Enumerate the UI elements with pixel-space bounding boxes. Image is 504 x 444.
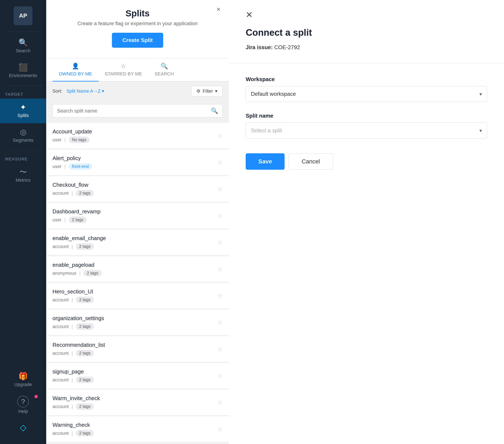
split-tags: 2 tags [69,217,87,223]
split-tags: 2 tags [76,190,94,196]
sidebar-item-brand[interactable]: ◇ [0,418,46,438]
search-input[interactable] [57,108,208,114]
split-item-info: enable_pageload anonymous | 2 tags [53,262,102,277]
main-area: × Splits Create a feature flag or experi… [46,0,504,444]
sidebar-item-environments[interactable]: ⬛ Environments [0,59,46,83]
owned-tab-icon: 👤 [72,63,79,70]
tab-search[interactable]: 🔍 SEARCH [148,58,180,81]
splits-panel: × Splits Create a feature flag or experi… [46,0,229,444]
split-item-dashboard-revamp[interactable]: Dashboard_revamp user | 2 tags ☆ [46,203,229,229]
sort-select[interactable]: Split Name A→Z ▾ [66,88,104,94]
segments-icon: ◎ [20,128,26,136]
connect-panel-close-button[interactable]: ✕ [246,11,253,19]
tab-starred-by-me[interactable]: ☆ STARRED BY ME [98,58,148,81]
starred-tab-icon: ☆ [121,63,126,70]
star-button[interactable]: ☆ [217,212,223,219]
star-button[interactable]: ☆ [217,372,223,379]
splits-icon: ✦ [20,104,26,111]
star-button[interactable]: ☆ [217,292,223,299]
environments-label: Environments [9,73,37,78]
split-item-enable-pageload[interactable]: enable_pageload anonymous | 2 tags ☆ [46,256,229,282]
split-traffic-type: user [53,164,62,169]
split-item-checkout-flow[interactable]: Checkout_flow account | 2 tags ☆ [46,176,229,202]
split-item-enable-email-change[interactable]: enable_email_change account | 2 tags ☆ [46,230,229,255]
owned-tab-label: OWNED BY ME [59,71,92,77]
metrics-icon: 〜 [19,168,27,176]
sidebar-item-metrics[interactable]: 〜 Metrics [0,163,46,188]
star-button[interactable]: ☆ [217,346,223,353]
search-tab-icon: 🔍 [161,63,168,70]
split-name-placeholder: Select a split [251,127,282,134]
split-item-alert-policy[interactable]: Alert_policy user | front-end ☆ [46,149,229,175]
split-name-chevron-icon: ▾ [479,128,482,134]
star-button[interactable]: ☆ [217,426,223,433]
jira-issue-row: Jira issue: COE-2792 [246,44,487,51]
brand-icon: ◇ [20,423,26,432]
split-name-form-group: Split name Select a split ▾ [246,112,487,139]
split-meta: account | 2 tags [53,296,94,303]
split-meta: anonymous | 2 tags [53,270,102,277]
split-item-recommendation-list[interactable]: Recommendation_list account | 2 tags ☆ [46,336,229,362]
split-tags: 2 tags [76,403,94,410]
split-traffic-type: account [53,351,69,356]
split-tags: No tags [69,136,90,143]
star-button[interactable]: ☆ [217,132,223,139]
save-button[interactable]: Save [246,153,285,170]
split-meta: account | 2 tags [53,243,106,250]
split-item-warning-check[interactable]: Warning_check account | 2 tags ☆ [46,416,229,442]
split-item-info: Account_update user | No tags [53,128,92,143]
split-name: Warning_check [53,422,94,428]
split-tags: 2 tags [76,430,94,436]
split-meta: account | 2 tags [53,377,94,383]
split-name-select[interactable]: Select a split ▾ [246,122,487,139]
split-tags: 2 tags [76,350,94,356]
star-button[interactable]: ☆ [217,319,223,326]
sidebar-item-segments[interactable]: ◎ Segments [0,123,46,148]
split-item-warm-invite-check[interactable]: Warm_invite_check account | 2 tags ☆ [46,389,229,415]
split-item-info: Dashboard_revamp user | 2 tags [53,208,100,223]
splits-label: Splits [18,113,29,118]
tab-owned-by-me[interactable]: 👤 OWNED BY ME [53,58,98,81]
split-name: Warm_invite_check [53,395,100,402]
search-label: Search [16,48,30,54]
split-item-info: enable_email_change account | 2 tags [53,235,106,250]
star-button[interactable]: ☆ [217,399,223,406]
split-item-info: signup_page account | 2 tags [53,368,94,383]
jira-issue-value: COE-2792 [274,44,300,50]
split-tags: 2 tags [76,377,94,383]
filter-label: Filter [203,88,213,94]
search-container: 🔍 [46,101,229,121]
sidebar-item-splits[interactable]: ✦ Splits [0,98,46,123]
cancel-button[interactable]: Cancel [289,153,333,170]
sort-label: Sort: [53,88,62,94]
create-split-button[interactable]: Create Split [112,33,163,48]
split-name: Account_update [53,128,92,135]
metrics-label: Metrics [16,177,31,183]
star-button[interactable]: ☆ [217,266,223,273]
split-tags: 2 tags [76,296,94,303]
user-avatar[interactable]: AP [14,6,33,25]
filter-button[interactable]: ⚙ Filter ▾ [191,86,223,97]
split-item-organization-settings[interactable]: organization_settings account | 2 tags ☆ [46,310,229,335]
split-traffic-type: account [53,297,69,303]
star-button[interactable]: ☆ [217,186,223,193]
split-item-signup-page[interactable]: signup_page account | 2 tags ☆ [46,363,229,389]
split-item-hero-section-ui[interactable]: Hero_section_UI account | 2 tags ☆ [46,283,229,309]
sort-value: Split Name A→Z [66,88,101,94]
help-icon: ? [17,396,29,407]
split-item-account-update[interactable]: Account_update user | No tags ☆ [46,123,229,149]
workspace-select[interactable]: Default workspace ▾ [246,86,487,102]
sidebar-item-help[interactable]: ? Help [0,391,46,418]
star-button[interactable]: ☆ [217,239,223,246]
sidebar-item-search[interactable]: 🔍 Search [0,34,46,59]
split-traffic-type: account [53,244,69,249]
split-item-info: Warm_invite_check account | 2 tags [53,395,100,410]
split-traffic-type: account [53,377,69,383]
search-icon: 🔍 [18,39,28,46]
sidebar-item-upgrade[interactable]: 🎁 Upgrade [0,368,46,391]
splits-panel-subtitle: Create a feature flag or experiment in y… [57,20,218,26]
split-traffic-type: user [53,137,62,143]
segments-label: Segments [13,138,33,143]
star-button[interactable]: ☆ [217,159,223,166]
splits-close-button[interactable]: × [216,6,220,13]
